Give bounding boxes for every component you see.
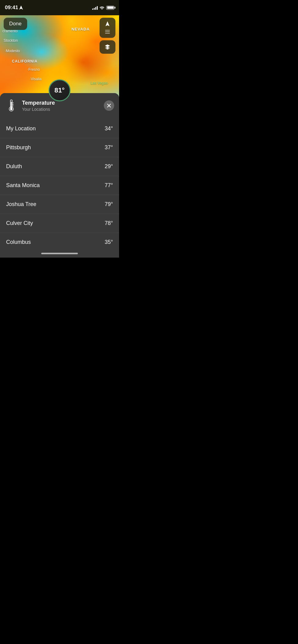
location-item-culver-city[interactable]: Culver City78° <box>0 214 119 233</box>
battery-icon <box>106 6 114 10</box>
svg-rect-6 <box>11 102 12 108</box>
location-temp-duluth: 29° <box>105 163 113 170</box>
location-name-culver-city: Culver City <box>6 220 33 226</box>
list-icon <box>104 29 111 35</box>
map-controls <box>100 18 115 54</box>
location-name-pittsburgh: Pittsburgh <box>6 144 31 151</box>
navigation-icon <box>104 21 111 27</box>
location-item-my-location[interactable]: My Location34° <box>0 119 119 138</box>
location-name-my-location: My Location <box>6 125 36 132</box>
location-temp-my-location: 34° <box>105 125 113 132</box>
sheet-subtitle: Your Locations <box>22 107 100 112</box>
location-button[interactable] <box>100 18 115 38</box>
layers-button[interactable] <box>100 40 115 54</box>
close-button[interactable] <box>104 100 114 111</box>
wifi-icon <box>100 6 104 9</box>
bottom-sheet: Temperature Your Locations My Location34… <box>0 93 119 258</box>
location-item-columbus[interactable]: Columbus35° <box>0 233 119 250</box>
location-name-joshua-tree: Joshua Tree <box>6 201 36 208</box>
svg-point-5 <box>10 108 13 110</box>
location-temp-culver-city: 78° <box>105 220 113 226</box>
location-temp-santa-monica: 77° <box>105 182 113 189</box>
temperature-bubble: 81° <box>49 79 71 101</box>
home-indicator-bar <box>41 253 78 254</box>
location-temp-joshua-tree: 79° <box>105 201 113 208</box>
location-temp-columbus: 35° <box>105 239 113 245</box>
thermometer-icon <box>5 99 18 112</box>
close-icon <box>107 104 111 107</box>
location-item-santa-monica[interactable]: Santa Monica77° <box>0 176 119 195</box>
status-time: 09:41 <box>5 5 23 11</box>
location-item-pittsburgh[interactable]: Pittsburgh37° <box>0 138 119 157</box>
sheet-title-group: Temperature Your Locations <box>22 100 100 112</box>
map-area[interactable]: cramento NEVADA Stockton ·Modesto CALIFO… <box>0 0 119 104</box>
done-button[interactable]: Done <box>4 18 27 30</box>
bubble-temperature: 81° <box>54 86 64 94</box>
time-display: 09:41 <box>5 5 18 11</box>
layers-icon <box>104 44 111 50</box>
location-arrow-icon <box>19 5 23 10</box>
status-bar: 09:41 <box>0 0 119 15</box>
location-name-columbus: Columbus <box>6 239 31 245</box>
home-indicator <box>0 250 119 258</box>
location-item-joshua-tree[interactable]: Joshua Tree79° <box>0 195 119 214</box>
status-icons <box>92 5 114 10</box>
location-name-santa-monica: Santa Monica <box>6 182 40 189</box>
signal-icon <box>92 5 98 10</box>
location-list[interactable]: My Location34°Pittsburgh37°Duluth29°Sant… <box>0 117 119 250</box>
location-temp-pittsburgh: 37° <box>105 144 113 151</box>
location-item-duluth[interactable]: Duluth29° <box>0 157 119 176</box>
location-name-duluth: Duluth <box>6 163 22 170</box>
